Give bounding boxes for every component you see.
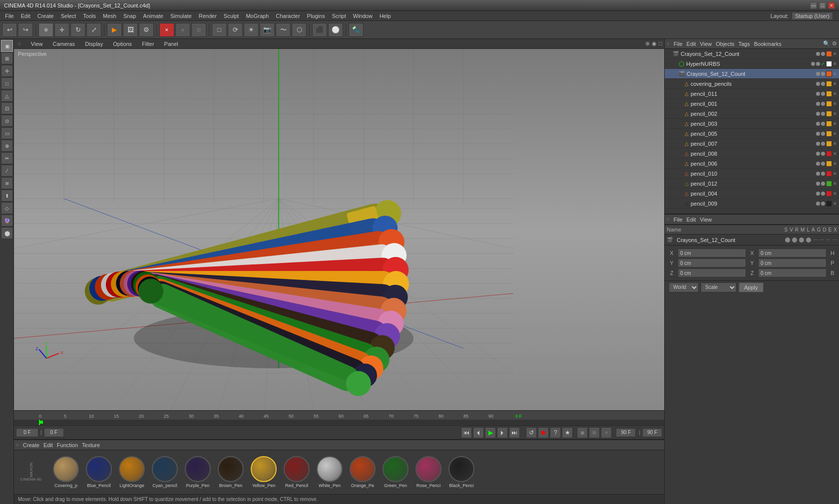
- tool-extrude[interactable]: ⬆: [1, 190, 13, 202]
- attr-edit-menu[interactable]: Edit: [687, 217, 696, 223]
- vp-menu-cameras[interactable]: Cameras: [51, 41, 77, 47]
- y-pos-input[interactable]: [678, 258, 746, 267]
- close-button[interactable]: ✕: [828, 2, 835, 9]
- obj-tags-menu[interactable]: Tags: [739, 41, 750, 47]
- obj-item-pencil007[interactable]: △ pencil_007 ✕: [665, 139, 839, 149]
- tool-loop[interactable]: ⊕: [1, 140, 13, 152]
- tool-axis[interactable]: ✛: [1, 65, 13, 77]
- menu-render[interactable]: Render: [196, 11, 220, 21]
- menu-snap[interactable]: Snap: [120, 11, 139, 21]
- play-selection-button[interactable]: ▣: [577, 427, 588, 438]
- menu-help[interactable]: Help: [377, 11, 394, 21]
- floor-tool[interactable]: ⬛: [312, 23, 327, 37]
- vp-menu-options[interactable]: Options: [111, 41, 134, 47]
- backdrop-tool[interactable]: ⚪: [328, 23, 343, 37]
- menu-window[interactable]: Window: [350, 11, 376, 21]
- menu-plugins[interactable]: Plugins: [304, 11, 328, 21]
- mat-create-menu[interactable]: Create: [23, 442, 39, 448]
- obj-edit-menu[interactable]: Edit: [687, 41, 696, 47]
- add-deformer[interactable]: ⬡: [292, 23, 307, 37]
- obj-bookmarks-menu[interactable]: Bookmarks: [754, 41, 782, 47]
- obj-item-hypernurbs[interactable]: ◯ HyperNURBS ✓ ✕: [665, 59, 839, 69]
- obj-item-pencil006[interactable]: △ pencil_006 ✕: [665, 159, 839, 169]
- add-nurbs[interactable]: ⟳: [228, 23, 243, 37]
- current-frame-input[interactable]: [16, 428, 38, 437]
- tool-texture[interactable]: ⊞: [1, 52, 13, 64]
- render-viewport[interactable]: ▶: [107, 23, 122, 37]
- keyframe-button[interactable]: ★: [562, 427, 573, 438]
- obj-item-pencil002[interactable]: △ pencil_002 ✕: [665, 109, 839, 119]
- tool-paint[interactable]: ⬤: [1, 227, 13, 239]
- tool-model[interactable]: ▣: [1, 40, 13, 52]
- magnet-tool[interactable]: 🔦: [349, 23, 364, 37]
- scale-tool[interactable]: ⤢: [86, 23, 101, 37]
- render-dot-hn[interactable]: [816, 62, 820, 66]
- menu-mograph[interactable]: MoGraph: [243, 11, 272, 21]
- obj-item-crayons-group[interactable]: 🎬 Crayons_Set_12_Count ✕: [665, 69, 839, 79]
- material-item-6[interactable]: Yellow_Pen: [249, 456, 279, 488]
- x-pos-input[interactable]: [678, 249, 746, 257]
- edge-mode[interactable]: □: [191, 23, 206, 37]
- goto-start-button[interactable]: ⏮: [461, 427, 472, 438]
- tool-rect[interactable]: ▭: [1, 127, 13, 139]
- tool-live-select[interactable]: ⊙: [1, 115, 13, 127]
- start-frame-field[interactable]: [44, 428, 64, 437]
- undo-button[interactable]: ↩: [2, 23, 17, 37]
- menu-mesh[interactable]: Mesh: [100, 11, 119, 21]
- menu-select[interactable]: Select: [58, 11, 79, 21]
- mat-texture-menu[interactable]: Texture: [82, 442, 100, 448]
- edit-render-settings[interactable]: ⚙: [139, 23, 154, 37]
- vis-dot-cg[interactable]: [816, 72, 820, 76]
- record-button[interactable]: ⏺: [538, 427, 549, 438]
- menu-create[interactable]: Create: [34, 11, 57, 21]
- add-primitive[interactable]: □: [212, 23, 227, 37]
- play-all-button[interactable]: ⊞: [589, 427, 600, 438]
- minimize-button[interactable]: —: [810, 2, 817, 9]
- mat-function-menu[interactable]: Function: [57, 442, 78, 448]
- obj-view-menu[interactable]: View: [700, 41, 712, 47]
- add-camera[interactable]: 📷: [260, 23, 275, 37]
- timeline-bar[interactable]: [14, 420, 664, 425]
- render-image[interactable]: 🖼: [123, 23, 138, 37]
- range-start[interactable]: [39, 421, 43, 424]
- vp-icon2[interactable]: ◉: [652, 40, 657, 47]
- vis-dot-hn[interactable]: [811, 62, 815, 66]
- vp-menu-panel[interactable]: Panel: [162, 41, 180, 47]
- z-size-input[interactable]: [758, 268, 827, 277]
- menu-character[interactable]: Character: [273, 11, 303, 21]
- apply-button[interactable]: Apply: [739, 282, 764, 292]
- menu-file[interactable]: File: [2, 11, 17, 21]
- material-item-3[interactable]: Cyan_pencil: [150, 456, 180, 488]
- obj-item-pencil008[interactable]: △ pencil_008 ✕: [665, 149, 839, 159]
- tool-magnet[interactable]: 🔮: [1, 215, 13, 227]
- vp-menu-filter[interactable]: Filter: [140, 41, 156, 47]
- attr-selected-object[interactable]: 🎬 Crayons_Set_12_Count ⋯ ⋯ ⋯ ⋯: [665, 235, 839, 246]
- play-button[interactable]: ▶: [485, 427, 496, 438]
- obj-item-pencil010[interactable]: △ pencil_010 ✕: [665, 169, 839, 179]
- play-range-button[interactable]: ≡: [601, 427, 612, 438]
- color-cg[interactable]: [826, 71, 832, 77]
- rotate-tool[interactable]: ↻: [70, 23, 85, 37]
- attr-file-menu[interactable]: File: [674, 217, 683, 223]
- material-item-5[interactable]: Brown_Pen: [216, 456, 246, 488]
- end-frame-input[interactable]: [616, 428, 636, 437]
- menu-tools[interactable]: Tools: [80, 11, 99, 21]
- mode-select[interactable]: Scale Translate Rotate: [701, 282, 737, 292]
- render-dot[interactable]: [821, 52, 825, 56]
- obj-file-menu[interactable]: File: [674, 41, 683, 47]
- menu-sculpt[interactable]: Sculpt: [221, 11, 242, 21]
- obj-item-pencil004[interactable]: △ pencil_004 ✕: [665, 189, 839, 199]
- obj-item-root[interactable]: 🎬 Crayons_Set_12_Count ✕: [665, 49, 839, 59]
- mat-edit-menu[interactable]: Edit: [43, 442, 53, 448]
- material-item-10[interactable]: Green_Pen: [381, 456, 411, 488]
- vp-icon1[interactable]: ⊕: [645, 40, 650, 47]
- tool-knife[interactable]: ∕: [1, 165, 13, 177]
- y-size-input[interactable]: [758, 258, 827, 267]
- material-item-1[interactable]: Blue_Pencil: [84, 456, 114, 488]
- add-light[interactable]: ☀: [244, 23, 259, 37]
- vp-menu-view[interactable]: View: [29, 41, 45, 47]
- vp-menu-display[interactable]: Display: [83, 41, 105, 47]
- material-item-8[interactable]: White_Pen: [315, 456, 345, 488]
- menu-animate[interactable]: Animate: [140, 11, 166, 21]
- x-size-input[interactable]: [758, 249, 827, 257]
